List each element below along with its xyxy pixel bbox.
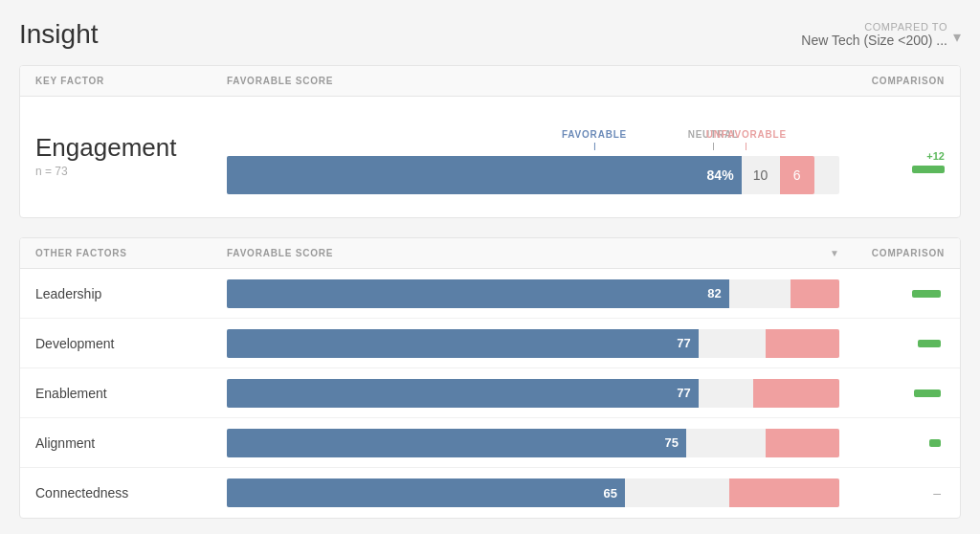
factor-score-value: 77 bbox=[677, 386, 690, 400]
factor-rows-container: Leadership 82 Development 77 Enablement bbox=[20, 269, 960, 518]
col-other-factors-label: OTHER FACTORS bbox=[35, 248, 227, 258]
factor-name: Leadership bbox=[35, 286, 227, 301]
bar-labels-row: FAVORABLE NEUTRAL UNFAVORABLE bbox=[227, 116, 839, 150]
factor-score-value: 82 bbox=[707, 286, 721, 300]
factor-row: Enablement 77 bbox=[20, 368, 960, 418]
engagement-bar: 84% 10 6 bbox=[227, 156, 839, 194]
col-score-label: FAVORABLE SCORE bbox=[227, 248, 333, 258]
factor-score-bar: 75 bbox=[227, 429, 839, 457]
engagement-comparison-col: +12 bbox=[839, 137, 945, 173]
factor-neutral-fill bbox=[625, 478, 729, 507]
other-factors-header: OTHER FACTORS FAVORABLE SCORE ▼ COMPARIS… bbox=[20, 238, 960, 269]
engagement-favorable-pct: 84% bbox=[707, 167, 734, 183]
factor-name: Connectedness bbox=[35, 485, 227, 501]
engagement-card: KEY FACTOR FAVORABLE SCORE COMPARISON En… bbox=[19, 65, 961, 218]
col-comparison-label-bottom: COMPARISON bbox=[839, 248, 945, 258]
col-comparison-label-top: COMPARISON bbox=[839, 76, 945, 86]
factor-unfavorable-fill bbox=[729, 478, 839, 507]
compared-to-label: COMPARED TO bbox=[801, 21, 947, 33]
factor-score-value: 65 bbox=[604, 486, 617, 501]
factor-unfavorable-fill bbox=[791, 279, 839, 308]
engagement-comparison-delta: +12 bbox=[926, 150, 945, 162]
engagement-unfavorable-box: 6 bbox=[780, 156, 814, 194]
comparison-bar-small bbox=[929, 439, 941, 447]
engagement-neutral-box: 10 bbox=[742, 156, 780, 194]
comparison-bar bbox=[918, 340, 941, 347]
factor-favorable-fill: 82 bbox=[227, 279, 729, 308]
chevron-down-icon: ▾ bbox=[953, 28, 961, 46]
unfavorable-label: UNFAVORABLE bbox=[706, 129, 787, 150]
factor-favorable-fill: 77 bbox=[227, 329, 699, 358]
factor-comparison bbox=[839, 340, 945, 347]
factor-score-bar: 65 bbox=[227, 478, 839, 507]
factor-comparison bbox=[839, 389, 945, 397]
factor-neutral-fill bbox=[699, 329, 766, 358]
factor-comparison bbox=[839, 439, 945, 447]
factor-row: Connectedness 65 – bbox=[20, 468, 960, 518]
comparison-bar bbox=[914, 389, 941, 397]
engagement-bars-area: FAVORABLE NEUTRAL UNFAVORABLE 84% 10 bbox=[227, 116, 839, 194]
factor-score-bar: 82 bbox=[227, 279, 839, 308]
other-factors-card: OTHER FACTORS FAVORABLE SCORE ▼ COMPARIS… bbox=[19, 237, 961, 519]
engagement-table-header: KEY FACTOR FAVORABLE SCORE COMPARISON bbox=[20, 66, 960, 97]
page-container: Insight COMPARED TO New Tech (Size <200)… bbox=[19, 19, 961, 519]
col-favorable-score-label: FAVORABLE SCORE bbox=[227, 76, 839, 86]
comparison-neutral: – bbox=[933, 485, 941, 501]
engagement-label-block: Engagement n = 73 bbox=[35, 133, 227, 178]
factor-neutral-fill bbox=[729, 279, 791, 308]
factor-score-bar: 77 bbox=[227, 379, 839, 408]
factor-comparison bbox=[839, 290, 945, 298]
factor-score-value: 77 bbox=[677, 336, 690, 350]
factor-score-bar: 77 bbox=[227, 329, 839, 358]
factor-row: Development 77 bbox=[20, 319, 960, 368]
sort-icon[interactable]: ▼ bbox=[830, 248, 839, 258]
factor-name: Alignment bbox=[35, 435, 227, 451]
compared-to-value: New Tech (Size <200) ... bbox=[801, 33, 947, 48]
factor-favorable-fill: 75 bbox=[227, 429, 686, 457]
factor-unfavorable-fill bbox=[766, 329, 839, 358]
factor-name: Development bbox=[35, 336, 227, 351]
engagement-n: n = 73 bbox=[35, 165, 227, 178]
engagement-favorable-fill: 84% bbox=[227, 156, 742, 194]
page-title: Insight bbox=[19, 19, 99, 50]
favorable-label: FAVORABLE bbox=[562, 129, 627, 150]
engagement-title: Engagement bbox=[35, 133, 227, 163]
factor-comparison: – bbox=[839, 485, 945, 501]
factor-favorable-fill: 65 bbox=[227, 478, 625, 507]
col-score-area: FAVORABLE SCORE ▼ bbox=[227, 248, 839, 258]
factor-favorable-fill: 77 bbox=[227, 379, 699, 408]
factor-row: Leadership 82 bbox=[20, 269, 960, 319]
factor-unfavorable-fill bbox=[766, 429, 839, 457]
col-key-factor-label: KEY FACTOR bbox=[35, 76, 227, 86]
factor-row: Alignment 75 bbox=[20, 418, 960, 468]
factor-score-value: 75 bbox=[665, 435, 679, 450]
factor-neutral-fill bbox=[699, 379, 754, 408]
factor-neutral-fill bbox=[686, 429, 766, 457]
engagement-comparison-bar bbox=[912, 166, 945, 173]
compared-to-block[interactable]: COMPARED TO New Tech (Size <200) ... ▾ bbox=[801, 21, 961, 48]
comparison-bar bbox=[912, 290, 941, 298]
factor-name: Enablement bbox=[35, 386, 227, 401]
engagement-row: Engagement n = 73 FAVORABLE NEUTRAL UNFA… bbox=[20, 97, 960, 217]
factor-unfavorable-fill bbox=[753, 379, 839, 408]
header: Insight COMPARED TO New Tech (Size <200)… bbox=[19, 19, 961, 50]
